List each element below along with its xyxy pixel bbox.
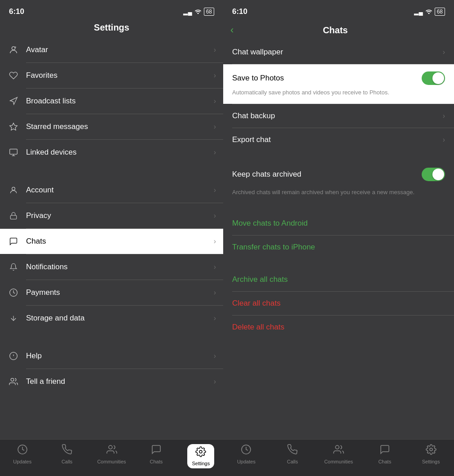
- settings-group-1: Avatar › Favorites ›: [0, 37, 223, 165]
- clear-all-item[interactable]: Clear all chats: [223, 292, 454, 315]
- svg-marker-2: [10, 123, 18, 130]
- right-communities-icon: [333, 444, 344, 458]
- account-label: Account: [26, 186, 214, 195]
- settings-item-account[interactable]: Account ›: [0, 178, 223, 203]
- right-tab-updates[interactable]: Updates: [223, 443, 269, 464]
- left-status-bar: 6:10 ▂▄ 68: [0, 0, 223, 20]
- account-icon: [7, 184, 20, 196]
- starred-chevron: ›: [214, 123, 216, 131]
- backup-chevron: ›: [443, 112, 445, 120]
- updates-tab-label: Updates: [13, 459, 31, 464]
- right-tab-bar: Updates Calls Communities: [223, 439, 454, 476]
- save-photos-label: Save to Photos: [232, 74, 422, 83]
- chats-settings-list: Chat wallpaper › Save to Photos Automati…: [223, 40, 454, 476]
- settings-item-privacy[interactable]: Privacy ›: [0, 203, 223, 228]
- tab-communities[interactable]: Communities: [89, 443, 134, 464]
- back-button[interactable]: ‹: [230, 24, 234, 36]
- privacy-chevron: ›: [214, 212, 216, 220]
- settings-item-notifications[interactable]: Notifications ›: [0, 254, 223, 280]
- svg-point-13: [11, 378, 14, 382]
- broadcast-icon: [7, 95, 20, 107]
- keep-archived-toggle[interactable]: [422, 168, 445, 181]
- right-status-icons: ▂▄ 68: [414, 8, 445, 16]
- privacy-label: Privacy: [26, 211, 214, 220]
- storage-label: Storage and data: [26, 314, 214, 323]
- wallpaper-chevron: ›: [443, 48, 445, 56]
- svg-point-6: [12, 187, 15, 190]
- tab-calls[interactable]: Calls: [44, 443, 89, 464]
- linked-icon: [7, 146, 20, 159]
- settings-item-tell[interactable]: Tell a friend ›: [0, 369, 223, 394]
- signal-icon: ▂▄: [183, 9, 192, 15]
- settings-item-avatar[interactable]: Avatar ›: [0, 37, 223, 62]
- chats-settings-title: Chats: [237, 25, 433, 36]
- favorites-label: Favorites: [26, 71, 214, 80]
- right-calls-icon: [287, 444, 298, 458]
- tab-chats-left[interactable]: Chats: [134, 443, 178, 464]
- starred-label: Starred messages: [26, 122, 214, 131]
- calls-tab-label: Calls: [62, 459, 72, 464]
- communities-tab-label: Communities: [97, 459, 126, 464]
- save-photos-row: Save to Photos: [232, 71, 445, 85]
- broadcast-label: Broadcast lists: [26, 97, 214, 106]
- settings-item-help[interactable]: Help ›: [0, 343, 223, 369]
- archive-all-item[interactable]: Archive all chats: [223, 268, 454, 291]
- move-android-item[interactable]: Move chats to Android: [223, 212, 454, 235]
- right-tab-calls[interactable]: Calls: [269, 443, 316, 464]
- calls-tab-icon: [62, 444, 72, 458]
- tell-chevron: ›: [214, 378, 216, 386]
- settings-item-chats[interactable]: Chats ›: [0, 229, 223, 254]
- settings-item-broadcast[interactable]: Broadcast lists ›: [0, 89, 223, 114]
- settings-item-payments[interactable]: Payments ›: [0, 280, 223, 305]
- right-battery-icon: 68: [435, 8, 445, 16]
- storage-chevron: ›: [214, 314, 216, 322]
- save-photos-toggle[interactable]: [422, 71, 445, 85]
- settings-item-storage[interactable]: Storage and data ›: [0, 306, 223, 331]
- help-label: Help: [26, 351, 214, 360]
- export-chat-item[interactable]: Export chat ›: [223, 128, 454, 151]
- settings-item-linked[interactable]: Linked devices ›: [0, 140, 223, 165]
- keep-archived-label: Keep chats archived: [232, 170, 422, 179]
- payments-icon: [7, 286, 20, 299]
- chat-backup-item[interactable]: Chat backup ›: [223, 104, 454, 128]
- linked-chevron: ›: [214, 148, 216, 156]
- left-panel: 6:10 ▂▄ 68 Settings: [0, 0, 223, 476]
- payments-chevron: ›: [214, 289, 216, 297]
- tab-settings[interactable]: Settings: [179, 443, 223, 468]
- right-chats-label: Chats: [378, 459, 391, 464]
- svg-point-19: [335, 445, 339, 449]
- settings-list: Avatar › Favorites ›: [0, 37, 223, 476]
- right-wifi-icon: [425, 9, 432, 15]
- linked-label: Linked devices: [26, 148, 214, 157]
- settings-item-favorites[interactable]: Favorites ›: [0, 63, 223, 88]
- right-updates-icon: [241, 444, 251, 458]
- help-icon: [7, 350, 20, 362]
- broadcast-chevron: ›: [214, 97, 216, 105]
- keep-archived-desc: Archived chats will remain archived when…: [223, 188, 454, 203]
- settings-title: Settings: [94, 22, 129, 32]
- transfer-iphone-item[interactable]: Transfer chats to iPhone: [223, 236, 454, 259]
- avatar-chevron: ›: [214, 46, 216, 54]
- notifications-icon: [7, 261, 20, 273]
- left-time: 6:10: [9, 7, 24, 16]
- settings-item-starred[interactable]: Starred messages ›: [0, 114, 223, 139]
- notifications-label: Notifications: [26, 262, 214, 271]
- backup-label: Chat backup: [232, 111, 443, 120]
- save-photos-card: Save to Photos Automatically save photos…: [223, 64, 454, 104]
- settings-group-2: Account › Privacy ›: [0, 178, 223, 331]
- notifications-chevron: ›: [214, 263, 216, 271]
- right-tab-settings[interactable]: Settings: [408, 443, 454, 464]
- right-tab-communities[interactable]: Communities: [316, 443, 362, 464]
- wallpaper-label: Chat wallpaper: [232, 48, 443, 57]
- chat-wallpaper-item[interactable]: Chat wallpaper ›: [223, 40, 454, 64]
- right-chats-icon: [379, 444, 390, 458]
- right-panel: 6:10 ▂▄ 68 ‹ Chats Chat wallpaper ›: [223, 0, 454, 476]
- right-tab-chats[interactable]: Chats: [361, 443, 408, 464]
- delete-all-item[interactable]: Delete all chats: [223, 316, 454, 339]
- settings-group-3: Help › Tell a friend ›: [0, 343, 223, 394]
- keep-archived-knob: [432, 169, 444, 180]
- tab-updates[interactable]: Updates: [0, 443, 44, 464]
- svg-point-16: [199, 450, 202, 453]
- favorites-icon: [7, 69, 20, 82]
- save-photos-desc: Automatically save photos and videos you…: [232, 89, 445, 97]
